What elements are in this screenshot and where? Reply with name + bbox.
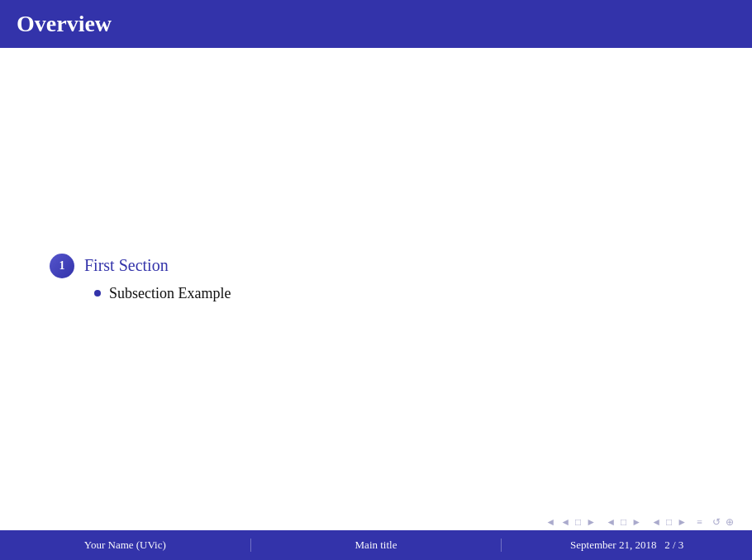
nav-refresh-icon[interactable]: ↺ xyxy=(711,516,722,529)
nav-section-left-icon[interactable]: ◄ xyxy=(604,516,617,529)
nav-page-icon[interactable]: □ xyxy=(574,516,583,529)
slide-content: 1 First Section Subsection Example xyxy=(0,48,752,510)
footer-title: Main title xyxy=(251,539,502,552)
nav-right-icon[interactable]: ► xyxy=(584,516,597,529)
slide-title: Overview xyxy=(17,11,112,37)
subsection-list: Subsection Example xyxy=(94,285,231,302)
nav-left-end-icon[interactable]: ◄ xyxy=(544,516,557,529)
nav-menu-icon[interactable]: ≡ xyxy=(695,516,704,529)
nav-left-icon[interactable]: ◄ xyxy=(559,516,572,529)
toc-section-1: 1 First Section xyxy=(50,254,231,278)
subsection-item: Subsection Example xyxy=(94,285,231,302)
slide-header: Overview xyxy=(0,0,752,48)
toc-container: 1 First Section Subsection Example xyxy=(33,254,231,306)
section-number-badge: 1 xyxy=(50,254,74,278)
section-title: First Section xyxy=(84,256,169,275)
bullet-dot xyxy=(94,290,101,297)
subsection-text: Subsection Example xyxy=(109,285,231,302)
nav-controls-area[interactable]: ◄ ◄ □ ► ◄ □ ► ◄ □ ► ≡ ↺ ⊕ xyxy=(544,516,735,529)
nav-zoom-icon[interactable]: ⊕ xyxy=(724,516,735,529)
nav-subsection-frame-icon[interactable]: □ xyxy=(664,516,673,529)
nav-section-right-icon[interactable]: ► xyxy=(630,516,643,529)
slide-footer: Your Name (UVic) Main title September 21… xyxy=(0,530,752,560)
nav-section-frame-icon[interactable]: □ xyxy=(619,516,628,529)
footer-date-page: September 21, 2018 2 / 3 xyxy=(502,539,752,552)
nav-subsection-left-icon[interactable]: ◄ xyxy=(650,516,663,529)
nav-subsection-right-icon[interactable]: ► xyxy=(675,516,688,529)
footer-author: Your Name (UVic) xyxy=(0,539,251,552)
